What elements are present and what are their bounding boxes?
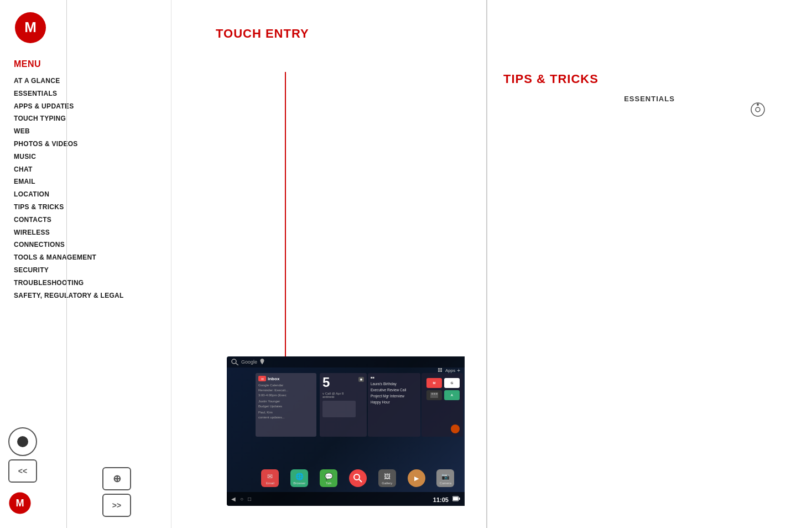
task-4: Happy Hour xyxy=(371,399,418,405)
app-google: G xyxy=(444,378,460,388)
forward-icon: >> xyxy=(112,501,121,510)
home-nav-icon: ○ xyxy=(240,496,243,502)
menu-items-list: AT A GLANCE ESSENTIALS APPS & UPDATES TO… xyxy=(14,75,157,302)
sidebar-item-location[interactable]: LOCATION xyxy=(14,188,157,201)
sidebar-item-web[interactable]: WEB xyxy=(14,125,157,138)
bottom-nav-left: << M xyxy=(8,427,37,517)
sidebar-item-at-a-glance[interactable]: AT A GLANCE xyxy=(14,75,157,87)
camera-icon: 📷 xyxy=(441,473,450,480)
svg-text:M: M xyxy=(15,498,24,509)
dock-gallery: 🖼 Gallery xyxy=(378,469,396,487)
back-icon: << xyxy=(18,467,27,475)
svg-rect-11 xyxy=(440,370,442,372)
globe-icon: ⊕ xyxy=(113,473,121,485)
calendar-number: 5 xyxy=(322,376,330,389)
settings-icon-container[interactable] xyxy=(751,102,765,117)
app-filmfans xyxy=(426,390,442,400)
svg-rect-10 xyxy=(438,370,440,372)
task-3: Project Mgr Interview xyxy=(371,393,418,399)
sidebar-item-touch-typing[interactable]: TOUCH TYPING xyxy=(14,112,157,125)
sidebar-item-safety-legal[interactable]: SAFETY, REGULATORY & LEGAL xyxy=(14,289,157,302)
video-circle-icon: ▶ xyxy=(414,475,419,482)
sidebar-item-troubleshooting[interactable]: TROUBLESHOOTING xyxy=(14,277,157,289)
right-panel: TIPS & TRICKS ESSENTIALS xyxy=(487,0,812,528)
browser-icon: 🌐 xyxy=(295,473,304,480)
tasks-widget: ■■ Laura's Birthday Executive Review Cal… xyxy=(368,373,420,437)
inbox-content: Google Calendar Reminder: Executi... 3:0… xyxy=(258,383,314,420)
apps-label: Apps xyxy=(445,368,455,373)
inbox-entry-1: Google Calendar xyxy=(258,383,314,388)
sidebar-item-apps-updates[interactable]: APPS & UPDATES xyxy=(14,100,157,113)
calendar-badge: ■ xyxy=(358,377,364,382)
apps-icon xyxy=(438,368,444,374)
sidebar-item-photos-videos[interactable]: PHOTOS & VIDEOS xyxy=(14,138,157,151)
email-icon: ✉ xyxy=(267,473,273,480)
sidebar-item-connections[interactable]: CONNECTIONS xyxy=(14,239,157,251)
browser-label: Browser xyxy=(293,482,305,485)
system-bar-left: ◀ ○ □ xyxy=(231,496,251,502)
right-panel-divider xyxy=(487,0,487,528)
dock-browser: 🌐 Browser xyxy=(290,469,308,487)
calendar-detail: v Call @ Apr 8 ardinete xyxy=(322,392,364,417)
svg-point-22 xyxy=(756,107,760,112)
time-display: 11:05 xyxy=(433,496,449,503)
tasks-header: ■■ xyxy=(371,376,418,379)
svg-rect-19 xyxy=(459,498,460,500)
inbox-icon: ✉ xyxy=(258,376,266,381)
dock-talk: 💬 Talk xyxy=(320,469,337,487)
task-2: Executive Review Call xyxy=(371,387,418,393)
google-label: Google xyxy=(241,359,257,365)
inbox-entry-7: content updates... xyxy=(258,415,314,420)
back-nav-icon: ◀ xyxy=(231,496,236,502)
svg-point-16 xyxy=(354,474,360,480)
gallery-label: Gallery xyxy=(382,482,392,485)
circle-button[interactable] xyxy=(8,427,37,456)
sidebar-item-essentials[interactable]: ESSENTIALS xyxy=(14,87,157,100)
touch-entry-title: TOUCH ENTRY xyxy=(171,0,486,52)
sidebar-item-contacts[interactable]: CONTACTS xyxy=(14,214,157,226)
inbox-entry-4: Justin Younger xyxy=(258,399,314,404)
battery-icon xyxy=(452,495,460,502)
svg-rect-15 xyxy=(436,393,438,395)
svg-rect-20 xyxy=(453,497,458,500)
phone-status-bar: Google Apps + xyxy=(227,356,465,367)
inbox-icon-letter: ✉ xyxy=(261,377,264,381)
sidebar-item-chat[interactable]: CHAT xyxy=(14,163,157,176)
sidebar-item-tips-tricks[interactable]: TIPS & TRICKS xyxy=(14,201,157,214)
dock-video-circle: ▶ xyxy=(408,469,425,487)
sidebar-item-music[interactable]: MUSIC xyxy=(14,151,157,163)
email-label: Email xyxy=(266,482,274,485)
dock-search-circle xyxy=(349,469,367,487)
sidebar: M MENU AT A GLANCE ESSENTIALS APPS & UPD… xyxy=(0,0,171,528)
talk-label: Talk xyxy=(326,482,332,485)
inbox-entry-2: Reminder: Executi... xyxy=(258,388,314,393)
camera-label: Camera xyxy=(440,482,451,485)
globe-button[interactable]: ⊕ xyxy=(102,467,131,490)
apps-grid: M G A xyxy=(424,376,460,402)
forward-button[interactable]: >> xyxy=(102,494,131,517)
sidebar-item-email[interactable]: EMAIL xyxy=(14,175,157,188)
back-button[interactable]: << xyxy=(8,459,37,483)
filmstrip-icon xyxy=(430,392,438,398)
motorola-logo-bottom: M xyxy=(8,491,32,515)
gallery-icon: 🖼 xyxy=(384,473,391,480)
cal-graphic xyxy=(322,401,356,417)
inbox-label: Inbox xyxy=(268,376,279,381)
apps-widget: M G A xyxy=(421,373,463,437)
pin-icon xyxy=(259,359,265,365)
bottom-nav-right: ⊕ >> xyxy=(102,467,131,517)
phone-system-bar: ◀ ○ □ 11:05 xyxy=(227,492,465,506)
app-motorola: M xyxy=(426,378,442,388)
svg-line-7 xyxy=(236,363,238,365)
inbox-entry-3: 3:00-4:00pm (Exec xyxy=(258,393,314,398)
sidebar-item-tools-management[interactable]: TOOLS & MANAGEMENT xyxy=(14,251,157,264)
inbox-entry-6: Paul, Kim xyxy=(258,410,314,415)
dock-email: ✉ Email xyxy=(261,469,279,487)
phone-screen: Google Apps + xyxy=(227,356,465,506)
app-circle-icon xyxy=(451,425,460,433)
main-content: TOUCH ENTRY Google xyxy=(171,0,487,528)
svg-rect-13 xyxy=(431,393,433,395)
inbox-entry-5: Budget Updates xyxy=(258,404,314,409)
sidebar-item-security[interactable]: SECURITY xyxy=(14,264,157,277)
sidebar-item-wireless[interactable]: WIRELESS xyxy=(14,226,157,239)
